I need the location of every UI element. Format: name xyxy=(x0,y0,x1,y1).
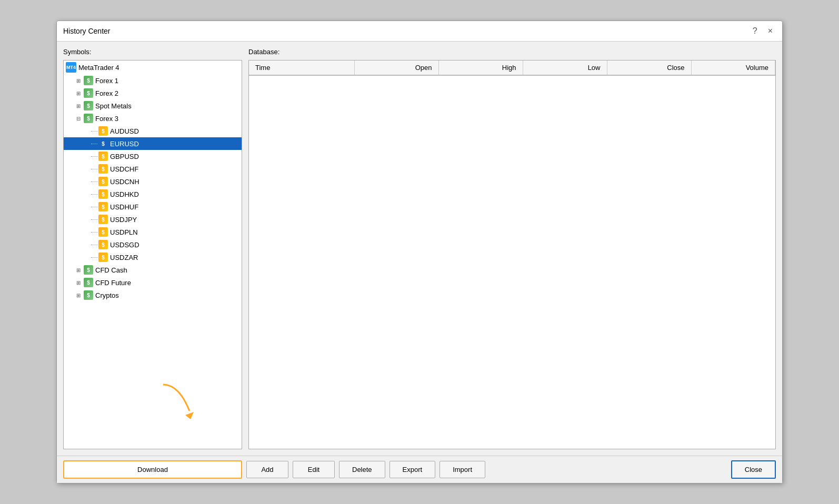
tree-item-usdchf-label: USDCHF xyxy=(110,165,138,173)
tree-connector-usdpln xyxy=(91,232,97,233)
symbol-usdjpy-icon: $ xyxy=(98,215,108,224)
tree-item-usdhuf[interactable]: $ USDHUF xyxy=(64,200,242,213)
folder-cryptos-icon: $ xyxy=(84,290,93,300)
tree-item-usdzar[interactable]: $ USDZAR xyxy=(64,251,242,264)
expand-forex1-icon[interactable]: ⊞ xyxy=(74,76,83,85)
col-volume: Volume xyxy=(691,61,775,75)
tree-item-cryptos-label: Cryptos xyxy=(95,291,119,299)
dialog-title: History Center xyxy=(63,27,110,35)
tree-item-usdhkd[interactable]: $ USDHKD xyxy=(64,188,242,200)
tree-connector-usdhkd xyxy=(91,194,97,195)
close-window-button[interactable]: × xyxy=(765,25,776,37)
expand-forex2-icon[interactable]: ⊞ xyxy=(74,89,83,97)
tree-connector-usdzar xyxy=(91,257,97,258)
tree-item-usdcnh[interactable]: $ USDCNH xyxy=(64,175,242,188)
tree-item-cryptos[interactable]: ⊞ $ Cryptos xyxy=(64,289,242,301)
tree-item-eurusd[interactable]: $ EURUSD xyxy=(64,137,242,150)
database-container[interactable]: Time Open High Low Close Volume xyxy=(248,60,776,449)
col-time: Time xyxy=(249,61,354,75)
tree-item-usdpln-label: USDPLN xyxy=(110,228,138,236)
tree-item-usdsgd[interactable]: $ USDSGD xyxy=(64,238,242,251)
symbol-usdchf-icon: $ xyxy=(98,164,108,174)
content-area: Symbols: MT4 MetaTrader 4 ⊞ $ Forex 1 ⊞ … xyxy=(57,42,782,456)
tree-item-usdhkd-label: USDHKD xyxy=(110,190,139,198)
mt4-icon: MT4 xyxy=(66,62,76,73)
tree-connector-usdhuf xyxy=(91,207,97,207)
tree-item-spotmetals-label: Spot Metals xyxy=(95,102,132,110)
tree-item-forex3-label: Forex 3 xyxy=(95,115,118,123)
tree-item-gbpusd-label: GBPUSD xyxy=(110,153,139,160)
symbol-usdhuf-icon: $ xyxy=(98,202,108,211)
expand-cfdfuture-icon[interactable]: ⊞ xyxy=(74,278,83,287)
edit-button[interactable]: Edit xyxy=(293,461,335,478)
tree-item-spotmetals[interactable]: ⊞ $ Spot Metals xyxy=(64,99,242,112)
tree-item-forex1-label: Forex 1 xyxy=(95,77,118,85)
folder-forex2-icon: $ xyxy=(84,88,93,98)
folder-forex1-icon: $ xyxy=(84,76,93,85)
folder-cfdfuture-icon: $ xyxy=(84,278,93,287)
folder-forex3-icon: $ xyxy=(84,114,93,123)
tree-container[interactable]: MT4 MetaTrader 4 ⊞ $ Forex 1 ⊞ $ Forex 2 xyxy=(63,60,242,449)
tree-item-cfdfuture-label: CFD Future xyxy=(95,279,131,287)
tree-item-cfdcash[interactable]: ⊞ $ CFD Cash xyxy=(64,264,242,276)
tree-connector-gbpusd xyxy=(91,156,97,157)
symbol-usdhkd-icon: $ xyxy=(98,189,108,199)
tree-item-gbpusd[interactable]: $ GBPUSD xyxy=(64,150,242,163)
close-button[interactable]: Close xyxy=(731,460,776,479)
tree-root-label: MetaTrader 4 xyxy=(78,64,119,72)
tree-item-usdchf[interactable]: $ USDCHF xyxy=(64,163,242,175)
tree-item-audusd[interactable]: $ AUDUSD xyxy=(64,125,242,137)
symbol-usdcnh-icon: $ xyxy=(98,177,108,186)
tree-item-usdpln[interactable]: $ USDPLN xyxy=(64,226,242,238)
tree-item-forex2[interactable]: ⊞ $ Forex 2 xyxy=(64,87,242,99)
expand-cfdcash-icon[interactable]: ⊞ xyxy=(74,266,83,274)
symbol-usdzar-icon: $ xyxy=(98,253,108,262)
symbols-label: Symbols: xyxy=(63,48,242,56)
symbol-gbpusd-icon: $ xyxy=(98,152,108,161)
tree-item-usdjpy[interactable]: $ USDJPY xyxy=(64,213,242,226)
import-button[interactable]: Import xyxy=(440,461,485,478)
bottom-bar: Download Add Edit Delete Export Import C… xyxy=(57,456,782,483)
tree-item-eurusd-label: EURUSD xyxy=(110,140,139,148)
title-bar-controls: ? × xyxy=(750,25,776,37)
export-button[interactable]: Export xyxy=(389,461,436,478)
tree-connector-usdcnh xyxy=(91,182,97,182)
symbol-eurusd-icon: $ xyxy=(98,139,108,148)
symbol-usdsgd-icon: $ xyxy=(98,240,108,249)
title-bar: History Center ? × xyxy=(57,21,782,42)
col-open: Open xyxy=(354,61,438,75)
folder-cfdcash-icon: $ xyxy=(84,265,93,275)
tree-item-cfdcash-label: CFD Cash xyxy=(95,266,127,274)
col-low: Low xyxy=(523,61,607,75)
tree-item-usdhuf-label: USDHUF xyxy=(110,203,138,211)
expand-forex3-icon[interactable]: ⊟ xyxy=(74,114,83,123)
tree-connector-audusd xyxy=(91,131,97,132)
left-panel: Symbols: MT4 MetaTrader 4 ⊞ $ Forex 1 ⊞ … xyxy=(63,48,242,449)
col-high: High xyxy=(438,61,523,75)
symbol-usdpln-icon: $ xyxy=(98,227,108,237)
expand-cryptos-icon[interactable]: ⊞ xyxy=(74,291,83,299)
expand-spotmetals-icon[interactable]: ⊞ xyxy=(74,102,83,110)
tree-item-forex1[interactable]: ⊞ $ Forex 1 xyxy=(64,74,242,87)
help-button[interactable]: ? xyxy=(750,25,761,37)
tree-item-usdzar-label: USDZAR xyxy=(110,254,138,261)
folder-spotmetals-icon: $ xyxy=(84,101,93,110)
history-center-dialog: History Center ? × Symbols: MT4 MetaTrad… xyxy=(56,21,783,483)
tree-root[interactable]: MT4 MetaTrader 4 xyxy=(64,61,242,74)
download-button[interactable]: Download xyxy=(63,460,242,479)
tree-connector-usdsgd xyxy=(91,245,97,245)
tree-item-forex3[interactable]: ⊟ $ Forex 3 xyxy=(64,112,242,125)
database-table: Time Open High Low Close Volume xyxy=(249,61,775,76)
tree-item-usdsgd-label: USDSGD xyxy=(110,241,139,249)
tree-connector-eurusd xyxy=(91,144,97,144)
right-panel: Database: Time Open High Low Close Volum… xyxy=(248,48,776,449)
col-close: Close xyxy=(607,61,691,75)
database-label: Database: xyxy=(248,48,776,56)
delete-button[interactable]: Delete xyxy=(339,461,385,478)
tree-connector-usdjpy xyxy=(91,219,97,220)
tree-item-cfdfuture[interactable]: ⊞ $ CFD Future xyxy=(64,276,242,289)
symbol-audusd-icon: $ xyxy=(98,126,108,136)
tree-item-audusd-label: AUDUSD xyxy=(110,127,139,135)
add-button[interactable]: Add xyxy=(246,461,288,478)
tree-item-usdjpy-label: USDJPY xyxy=(110,216,137,224)
